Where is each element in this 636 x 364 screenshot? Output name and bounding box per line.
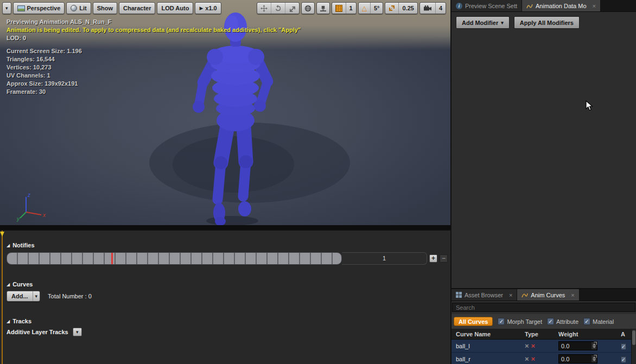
auto-checkbox[interactable]: ✓ [621, 343, 626, 349]
checkbox-checked-icon[interactable]: ✓ [498, 318, 505, 325]
tab-anim-curves[interactable]: Anim Curves × [517, 289, 579, 301]
scale-snap-value[interactable]: 0.25 [398, 3, 417, 14]
timeline-panel: ◢ Notifies 1 + − ◢ Curves Add... ▾ Total… [0, 229, 450, 364]
lod-auto-button[interactable]: LOD Auto [157, 2, 193, 14]
tracks-section-header[interactable]: ◢ Tracks [7, 318, 31, 324]
rotation-snap-value[interactable]: 5° [370, 3, 383, 14]
surface-snap-icon [320, 5, 327, 12]
grid-snap-value[interactable]: 1 [346, 3, 356, 14]
curve-row-ball-l[interactable]: ball_l × × 0.0 ✓ [451, 340, 636, 353]
surface-snap-button[interactable] [316, 2, 330, 14]
curve-table: Curve Name Type Weight A ball_l × × 0.0 [451, 329, 636, 364]
axis-y-label: y [16, 216, 20, 222]
modifier-icon [526, 3, 533, 9]
lit-button[interactable]: Lit [66, 2, 91, 14]
additive-tracks-dropdown[interactable]: ▾ [73, 328, 82, 336]
filter-attribute[interactable]: ✓ Attribute [547, 318, 578, 325]
vertical-scrollbar[interactable] [631, 329, 636, 364]
tab-animation-data-modifiers[interactable]: Animation Data Mo × [522, 0, 601, 11]
camera-speed-value[interactable]: 4 [435, 3, 446, 14]
right-top-tabbar: i Preview Scene Sett Animation Data Mo × [451, 0, 636, 12]
search-row [451, 301, 636, 314]
camera-icon [423, 5, 432, 11]
info-icon: i [456, 3, 462, 9]
viewport-options-button[interactable]: ▾ [2, 2, 11, 14]
curve-row-ball-r[interactable]: ball_r × × 0.0 ✓ [451, 353, 636, 364]
filter-morph-target[interactable]: ✓ Morph Target [498, 318, 542, 325]
curve-type-remove-icon[interactable]: × [531, 342, 536, 349]
preview-viewport[interactable]: ▾ Perspective Lit Show Character LOD Aut… [0, 0, 450, 229]
curve-table-header: Curve Name Type Weight A [451, 329, 636, 340]
previewing-animation-label: Previewing Animation ALS_N_Run_F [7, 18, 301, 26]
tab-asset-browser[interactable]: Asset Browser × [451, 289, 517, 301]
notify-playhead[interactable] [111, 253, 113, 264]
scrollbar-thumb[interactable] [632, 330, 635, 345]
play-icon: ▶ [199, 5, 203, 11]
rotate-tool-icon[interactable] [271, 3, 285, 14]
curve-type-remove-icon[interactable]: × [531, 355, 536, 362]
weight-input[interactable]: 0.0 [558, 341, 597, 350]
rotation-snap-toggle[interactable]: △ [359, 3, 370, 14]
edit-warning-label: Animation is being edited. To apply to c… [7, 26, 301, 34]
add-notify-track-button[interactable]: + [429, 254, 437, 263]
perspective-icon [17, 5, 25, 11]
scale-snap-icon [389, 5, 395, 11]
grid-snap-toggle[interactable] [332, 3, 346, 14]
auto-checkbox[interactable]: ✓ [621, 356, 626, 362]
add-modifier-button[interactable]: Add Modifier ▾ [456, 16, 510, 29]
anim-curves-panel: Asset Browser × Anim Curves × All Curves… [451, 288, 636, 364]
perspective-button[interactable]: Perspective [13, 2, 65, 14]
checkbox-checked-icon[interactable]: ✓ [583, 318, 590, 325]
show-button[interactable]: Show [93, 2, 117, 14]
modifiers-toolbar: Add Modifier ▾ Apply All Modifiers [451, 12, 636, 33]
notifies-section-header[interactable]: ◢ Notifies [7, 242, 35, 248]
camera-speed-toggle[interactable] [420, 3, 435, 14]
apply-all-modifiers-button[interactable]: Apply All Modifiers [514, 16, 580, 29]
notify-track[interactable]: 1 [7, 252, 427, 265]
spinner-icon[interactable] [592, 355, 596, 362]
playback-speed-button[interactable]: ▶ x1.0 [195, 2, 221, 14]
add-curve-button[interactable]: Add... [7, 291, 33, 301]
curve-type-off-icon[interactable]: × [525, 355, 529, 362]
character-button[interactable]: Character [119, 2, 155, 14]
mesh-stats: Current Screen Size: 1.196 Triangles: 16… [7, 47, 301, 96]
curves-total-label: Total Number : 0 [48, 293, 92, 299]
collapse-arrow-icon: ◢ [7, 243, 10, 248]
timeline-playhead[interactable] [2, 231, 3, 364]
checkbox-checked-icon[interactable]: ✓ [547, 318, 554, 325]
search-input[interactable] [452, 303, 635, 312]
viewport-overlay-text: Previewing Animation ALS_N_Run_F Animati… [7, 18, 301, 96]
notify-track-frames[interactable] [7, 252, 342, 265]
scale-snap-toggle[interactable] [385, 3, 398, 14]
scale-tool-icon[interactable] [285, 3, 299, 14]
grid-snap-icon [335, 5, 342, 12]
chevron-down-icon: ▾ [501, 20, 504, 25]
weight-input[interactable]: 0.0 [558, 354, 597, 363]
spinner-icon[interactable] [592, 342, 596, 349]
remove-notify-track-button[interactable]: − [440, 254, 448, 263]
close-icon[interactable]: × [571, 292, 574, 298]
collapse-arrow-icon: ◢ [7, 282, 10, 287]
curve-type-off-icon[interactable]: × [525, 342, 529, 349]
collapse-arrow-icon: ◢ [7, 319, 10, 324]
curves-section-header[interactable]: ◢ Curves [7, 281, 33, 288]
tab-preview-scene-settings[interactable]: i Preview Scene Sett [451, 0, 522, 11]
world-local-toggle-button[interactable] [301, 2, 315, 14]
curve-filters: All Curves ✓ Morph Target ✓ Attribute ✓ … [451, 314, 636, 329]
filter-all-curves-button[interactable]: All Curves [454, 317, 493, 326]
curves-controls-row: Add... ▾ Total Number : 0 [7, 291, 92, 302]
viewport-bottom-bar [0, 225, 450, 229]
right-bottom-tabbar: Asset Browser × Anim Curves × [451, 289, 636, 301]
translate-tool-icon[interactable] [257, 3, 271, 14]
add-curve-split-button: Add... ▾ [7, 291, 40, 302]
axis-z-label: z [27, 192, 30, 198]
camera-speed-group: 4 [419, 2, 446, 14]
filter-material[interactable]: ✓ Material [583, 318, 614, 325]
transform-tools-group [257, 2, 300, 14]
rotation-snap-icon: △ [362, 4, 367, 12]
close-icon[interactable]: × [593, 3, 596, 9]
playhead-marker-icon[interactable] [0, 232, 4, 237]
animation-editor-window: ▾ Perspective Lit Show Character LOD Aut… [0, 0, 636, 364]
add-curve-dropdown[interactable]: ▾ [33, 291, 40, 301]
close-icon[interactable]: × [509, 292, 512, 298]
